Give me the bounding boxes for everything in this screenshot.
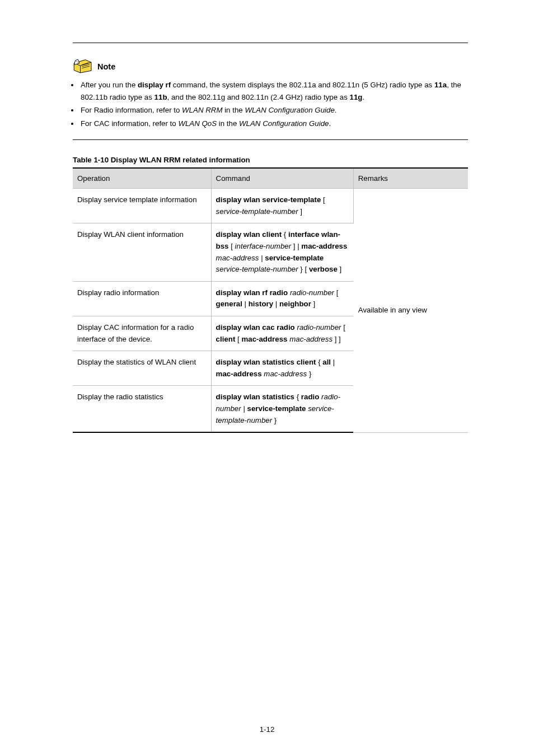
- cell-operation: Display WLAN client information: [73, 223, 211, 281]
- cell-operation: Display radio information: [73, 281, 211, 316]
- note-callout: Note: [73, 59, 468, 73]
- table-header-row: Operation Command Remarks: [73, 168, 468, 189]
- cell-command: display wlan statistics { radio radio-nu…: [211, 386, 353, 432]
- cell-operation: Display the statistics of WLAN client: [73, 351, 211, 386]
- cell-operation: Display the radio statistics: [73, 386, 211, 432]
- table-body: Display service template informationdisp…: [73, 189, 468, 433]
- cell-remarks: Available in any view: [353, 189, 468, 433]
- cell-command: display wlan client { interface wlan-bss…: [211, 223, 353, 281]
- command-table: Operation Command Remarks Display servic…: [73, 167, 468, 433]
- note-bullet-list: After you run the display rf command, th…: [79, 79, 468, 129]
- note-bullet: For CAC information, refer to WLAN QoS i…: [79, 118, 468, 130]
- top-rule: [73, 43, 468, 43]
- cell-command: display wlan statistics client { all | m…: [211, 351, 353, 386]
- header-operation: Operation: [73, 168, 211, 189]
- cell-command: display wlan cac radio radio-number [ cl…: [211, 316, 353, 351]
- cell-operation: Display service template information: [73, 189, 211, 223]
- note-bullet: After you run the display rf command, th…: [79, 79, 468, 103]
- note-icon: [73, 59, 93, 73]
- note-bottom-rule: [73, 139, 468, 140]
- table-row: Display service template informationdisp…: [73, 189, 468, 223]
- cell-operation: Display CAC information for a radio inte…: [73, 316, 211, 351]
- note-label: Note: [97, 62, 115, 73]
- header-command: Command: [211, 168, 353, 189]
- header-remarks: Remarks: [353, 168, 468, 189]
- page-number: 1-12: [0, 725, 534, 734]
- note-bullet: For Radio information, refer to WLAN RRM…: [79, 104, 468, 116]
- table-caption: Table 1-10 Display WLAN RRM related info…: [73, 156, 468, 164]
- cell-command: display wlan service-template [ service-…: [211, 189, 353, 223]
- cell-command: display wlan rf radio radio-number [ gen…: [211, 281, 353, 316]
